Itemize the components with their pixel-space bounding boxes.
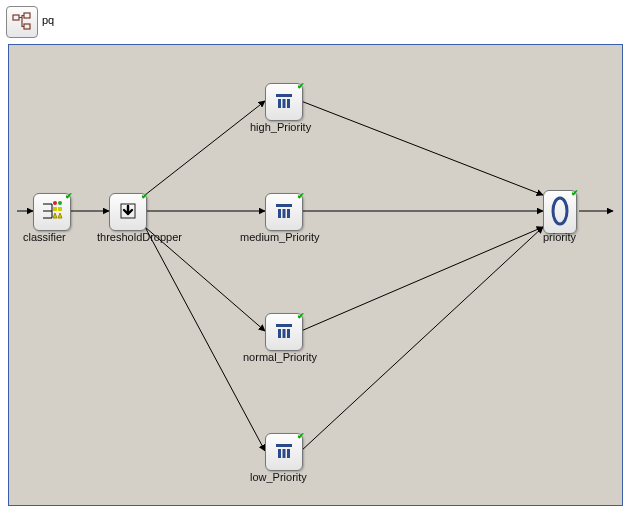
svg-rect-16 (276, 324, 292, 327)
block-label-thresholdDropper: thresholdDropper (97, 231, 182, 243)
status-tick-icon: ✔ (571, 188, 579, 198)
svg-rect-14 (283, 209, 286, 218)
classifier-icon (40, 199, 64, 225)
svg-rect-6 (58, 207, 62, 211)
status-tick-icon: ✔ (297, 431, 305, 441)
block-label-low_Priority: low_Priority (250, 471, 307, 483)
status-tick-icon: ✔ (65, 191, 73, 201)
queue-icon (273, 440, 295, 464)
svg-rect-12 (276, 204, 292, 207)
svg-rect-18 (283, 329, 286, 338)
svg-rect-15 (287, 209, 290, 218)
status-tick-icon: ✔ (141, 191, 149, 201)
block-classifier[interactable]: ✔ (33, 193, 71, 231)
block-high_Priority[interactable]: ✔ (265, 83, 303, 121)
status-tick-icon: ✔ (297, 191, 305, 201)
svg-rect-0 (13, 15, 19, 20)
svg-rect-8 (276, 94, 292, 97)
svg-rect-23 (287, 449, 290, 458)
edges-layer (9, 45, 622, 505)
block-label-priority: priority (543, 231, 576, 243)
svg-rect-22 (283, 449, 286, 458)
diagram-canvas[interactable]: ✔classifier✔thresholdDropper✔high_Priori… (8, 44, 623, 506)
svg-point-4 (58, 201, 62, 205)
queue-icon (273, 200, 295, 224)
svg-point-24 (553, 198, 567, 224)
svg-rect-1 (24, 13, 30, 18)
queue-icon (273, 320, 295, 344)
svg-rect-20 (276, 444, 292, 447)
module-title: pq (42, 14, 54, 26)
edge (301, 227, 543, 331)
block-label-normal_Priority: normal_Priority (243, 351, 317, 363)
edge (145, 227, 265, 451)
status-tick-icon: ✔ (297, 311, 305, 321)
block-priority[interactable]: ✔ (543, 190, 577, 234)
block-label-classifier: classifier (23, 231, 66, 243)
svg-rect-19 (287, 329, 290, 338)
status-tick-icon: ✔ (297, 81, 305, 91)
edge (301, 101, 543, 195)
svg-rect-5 (53, 207, 57, 211)
svg-rect-10 (283, 99, 286, 108)
svg-rect-21 (278, 449, 281, 458)
block-normal_Priority[interactable]: ✔ (265, 313, 303, 351)
module-icon (6, 6, 38, 38)
dropper-icon (117, 200, 139, 224)
svg-point-3 (53, 201, 57, 205)
svg-rect-13 (278, 209, 281, 218)
block-thresholdDropper[interactable]: ✔ (109, 193, 147, 231)
scheduler-icon (549, 196, 571, 228)
edge (145, 101, 265, 195)
block-label-medium_Priority: medium_Priority (240, 231, 319, 243)
block-low_Priority[interactable]: ✔ (265, 433, 303, 471)
svg-rect-2 (24, 24, 30, 29)
svg-rect-9 (278, 99, 281, 108)
edge (301, 227, 543, 451)
queue-icon (273, 90, 295, 114)
svg-rect-17 (278, 329, 281, 338)
block-medium_Priority[interactable]: ✔ (265, 193, 303, 231)
block-label-high_Priority: high_Priority (250, 121, 311, 133)
svg-rect-11 (287, 99, 290, 108)
